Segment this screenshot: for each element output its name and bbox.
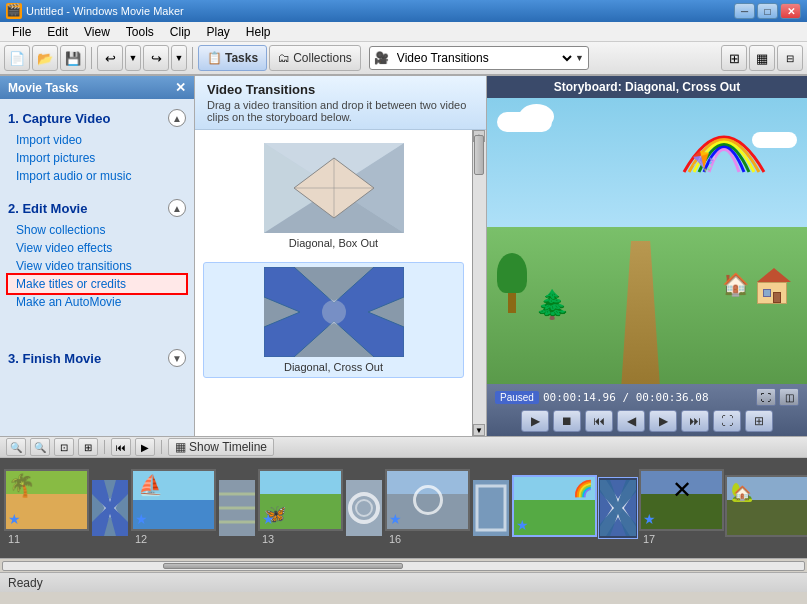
undo-button[interactable]: ↩ (97, 45, 123, 71)
storyboard-transition-2[interactable] (217, 477, 257, 539)
clip-thumb-17[interactable]: ✕ ★ (639, 469, 724, 531)
tl-zoom-out[interactable]: 🔍 (6, 438, 26, 456)
clip-thumb-13[interactable]: 🦋 ★ (258, 469, 343, 531)
storyboard-transition-1[interactable] (90, 477, 130, 539)
clip-thumb-last[interactable]: 🏡 (725, 475, 807, 537)
tasks-button[interactable]: 📋 Tasks (198, 45, 267, 71)
menu-play[interactable]: Play (199, 23, 238, 41)
full-screen-button[interactable]: ⛶ (713, 410, 741, 432)
make-automovie-link[interactable]: Make an AutoMovie (8, 293, 186, 311)
close-button[interactable]: ✕ (780, 3, 801, 19)
clip-number-17: 17 (639, 531, 724, 547)
menu-tools[interactable]: Tools (118, 23, 162, 41)
play-button[interactable]: ▶ (521, 410, 549, 432)
transition-diagonal-cross-out[interactable]: Diagonal, Cross Out (203, 262, 464, 378)
show-collections-link[interactable]: Show collections (8, 221, 186, 239)
transitions-select[interactable]: Video Transitions Video Effects Titles a… (393, 50, 575, 66)
undo-dropdown[interactable]: ▼ (125, 45, 141, 71)
edit-section-title: 2. Edit Movie ▲ (8, 193, 186, 221)
split-button[interactable]: ◫ (779, 388, 799, 406)
close-panel-button[interactable]: ✕ (175, 80, 186, 95)
transitions-grid: Diagonal, Box Out (195, 130, 472, 436)
transition-diagonal-box-out[interactable]: Diagonal, Box Out (203, 138, 464, 254)
minimize-button[interactable]: ─ (734, 3, 755, 19)
cross-out-svg (264, 267, 404, 357)
timeline-toolbar: 🔍 🔍 ⊡ ⊞ ⏮ ▶ ▦ Show Timeline (0, 436, 807, 458)
tl-play[interactable]: ▶ (135, 438, 155, 456)
transitions-dropdown[interactable]: 🎥 Video Transitions Video Effects Titles… (369, 46, 589, 70)
maximize-button[interactable]: □ (757, 3, 778, 19)
preview-status-left: Paused 00:00:14.96 / 00:00:36.08 (495, 391, 709, 404)
tl-zoom-100[interactable]: ⊞ (78, 438, 98, 456)
story-clip-11: 🌴 ★ 11 (4, 469, 89, 547)
import-video-link[interactable]: Import video (8, 131, 186, 149)
preview-controls: Paused 00:00:14.96 / 00:00:36.08 ⛶ ◫ ▶ ⏹… (487, 384, 807, 436)
movie-tasks-title: Movie Tasks (8, 81, 78, 95)
panel-title: Video Transitions (207, 82, 474, 97)
edit-collapse-button[interactable]: ▲ (168, 199, 186, 217)
scrollbar-thumb[interactable] (474, 135, 484, 175)
split-view-button[interactable]: ⊞ (745, 410, 773, 432)
open-button[interactable]: 📂 (32, 45, 58, 71)
menu-view[interactable]: View (76, 23, 118, 41)
layout-btn-3[interactable]: ⊟ (777, 45, 803, 71)
stop-button[interactable]: ⏹ (553, 410, 581, 432)
rewind-button[interactable]: ⏮ (585, 410, 613, 432)
clip-star-11: ★ (8, 511, 21, 527)
show-timeline-button[interactable]: ▦ Show Timeline (168, 438, 274, 456)
storyboard-transition-4[interactable] (471, 477, 511, 539)
menubar: File Edit View Tools Clip Play Help (0, 22, 807, 42)
clip-star-12: ★ (135, 511, 148, 527)
new-button[interactable]: 📄 (4, 45, 30, 71)
collections-label: Collections (293, 51, 352, 65)
finish-collapse-button[interactable]: ▼ (168, 349, 186, 367)
scrollbar-area (0, 558, 807, 572)
svg-point-13 (322, 300, 346, 324)
storyboard-transition-5[interactable] (598, 477, 638, 539)
storyboard[interactable]: 🌴 ★ 11 ⛵ ★ 12 🦋 ★ (0, 458, 807, 558)
save-button[interactable]: 💾 (60, 45, 86, 71)
clip-thumb-12[interactable]: ⛵ ★ (131, 469, 216, 531)
clip-thumb-16[interactable]: ★ (385, 469, 470, 531)
capture-section: 1. Capture Video ▲ Import video Import p… (0, 99, 194, 189)
scrollbar-thumb-h[interactable] (163, 563, 403, 569)
view-video-effects-link[interactable]: View video effects (8, 239, 186, 257)
menu-edit[interactable]: Edit (39, 23, 76, 41)
next-frame-button[interactable]: ▶ (649, 410, 677, 432)
clip-thumb-17a[interactable]: 🌈 ★ (512, 475, 597, 537)
story-clip-13: 🦋 ★ 13 (258, 469, 343, 547)
tl-prev[interactable]: ⏮ (111, 438, 131, 456)
story-clip-16: ★ 16 (385, 469, 470, 547)
storyboard-transition-3[interactable] (344, 477, 384, 539)
make-titles-link[interactable]: Make titles or credits (8, 275, 186, 293)
capture-collapse-button[interactable]: ▲ (168, 109, 186, 127)
horizontal-scrollbar[interactable] (2, 561, 805, 571)
center-panel: Video Transitions Drag a video transitio… (195, 76, 487, 436)
collections-button[interactable]: 🗂 Collections (269, 45, 361, 71)
tree-2: 🌲 (535, 288, 570, 321)
center-scrollbar[interactable]: ▲ ▼ (472, 130, 486, 436)
house (757, 282, 791, 304)
status-text: Ready (8, 576, 43, 590)
clip-thumb-11[interactable]: 🌴 ★ (4, 469, 89, 531)
prev-frame-button[interactable]: ◀ (617, 410, 645, 432)
finish-section: 3. Finish Movie ▼ (0, 339, 194, 375)
paused-indicator: Paused (495, 391, 539, 404)
import-audio-link[interactable]: Import audio or music (8, 167, 186, 185)
layout-btn-2[interactable]: ▦ (749, 45, 775, 71)
menu-help[interactable]: Help (238, 23, 279, 41)
menu-file[interactable]: File (4, 23, 39, 41)
import-pictures-link[interactable]: Import pictures (8, 149, 186, 167)
clip-number-last (725, 537, 807, 541)
tl-zoom-fit[interactable]: ⊡ (54, 438, 74, 456)
redo-dropdown[interactable]: ▼ (171, 45, 187, 71)
menu-clip[interactable]: Clip (162, 23, 199, 41)
layout-btn-1[interactable]: ⊞ (721, 45, 747, 71)
fast-forward-button[interactable]: ⏭ (681, 410, 709, 432)
story-clip-17a: 🌈 ★ (512, 475, 597, 541)
view-video-transitions-link[interactable]: View video transitions (8, 257, 186, 275)
scroll-down-button[interactable]: ▼ (473, 424, 485, 436)
tl-zoom-in[interactable]: 🔍 (30, 438, 50, 456)
redo-button[interactable]: ↪ (143, 45, 169, 71)
fullscreen-button[interactable]: ⛶ (756, 388, 776, 406)
